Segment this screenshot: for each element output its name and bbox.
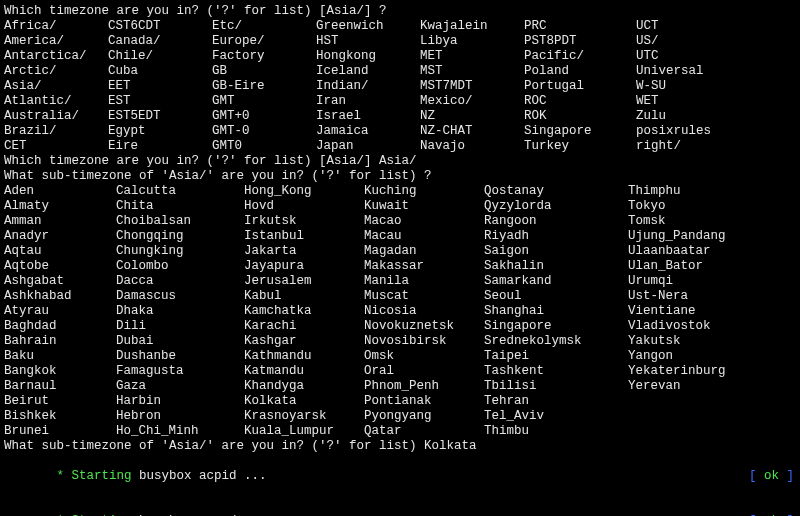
listing-item: Indian/ [316,79,420,94]
listing-item: Tomsk [628,214,748,229]
listing-item: Qyzylorda [484,199,628,214]
listing-item: UTC [636,49,736,64]
listing-item: Seoul [484,289,628,304]
listing-item: Tokyo [628,199,748,214]
listing-item: Ashgabat [4,274,116,289]
listing-item: Turkey [524,139,636,154]
listing-item: Rangoon [484,214,628,229]
listing-item: Calcutta [116,184,244,199]
listing-item: MST [420,64,524,79]
listing-item: GB-Eire [212,79,316,94]
listing-item: Novokuznetsk [364,319,484,334]
listing-item: Navajo [420,139,524,154]
listing-item: Kathmandu [244,349,364,364]
listing-item: Jayapura [244,259,364,274]
listing-item: Nicosia [364,304,484,319]
listing-column: AdenAlmatyAmmanAnadyrAqtauAqtobeAshgabat… [4,184,116,439]
listing-item: Harbin [116,394,244,409]
listing-item: Dhaka [116,304,244,319]
listing-item: Kuwait [364,199,484,214]
status-result: [ ok ] [704,499,796,516]
listing-item: Gaza [116,379,244,394]
listing-item: Vientiane [628,304,748,319]
listing-item: Makassar [364,259,484,274]
listing-item: Poland [524,64,636,79]
listing-item: Vladivostok [628,319,748,334]
listing-item: Karachi [244,319,364,334]
listing-item: posixrules [636,124,736,139]
service-name: busybox acpid [139,469,237,483]
asia-listing: AdenAlmatyAmmanAnadyrAqtauAqtobeAshgabat… [4,184,796,439]
listing-item: GMT [212,94,316,109]
listing-item: Choibalsan [116,214,244,229]
listing-column: CalcuttaChitaChoibalsanChongqingChungkin… [116,184,244,439]
listing-item: GMT-0 [212,124,316,139]
listing-item: CET [4,139,108,154]
listing-item: ROC [524,94,636,109]
listing-item: Tashkent [484,364,628,379]
listing-item: Yakutsk [628,334,748,349]
listing-item: Sakhalin [484,259,628,274]
service-start-acpid: * Starting busybox acpid ... [ ok ] [4,454,796,499]
listing-column: GreenwichHSTHongkongIcelandIndian/IranIs… [316,19,420,154]
listing-item: Cuba [108,64,212,79]
listing-item: Canada/ [108,34,212,49]
listing-item: Beirut [4,394,116,409]
listing-item: Qatar [364,424,484,439]
listing-item: Chungking [116,244,244,259]
listing-item: Singapore [484,319,628,334]
listing-item: Colombo [116,259,244,274]
bullet-icon: * Starting [49,469,139,483]
listing-item: Macau [364,229,484,244]
listing-item: Ujung_Pandang [628,229,748,244]
terminal-screen[interactable]: Which timezone are you in? ('?' for list… [0,0,800,516]
listing-item: NZ-CHAT [420,124,524,139]
listing-item: Taipei [484,349,628,364]
listing-item: EET [108,79,212,94]
listing-item: CST6CDT [108,19,212,34]
listing-column: Hong_KongHovdIrkutskIstanbulJakartaJayap… [244,184,364,439]
listing-item: Famagusta [116,364,244,379]
listing-item: Khandyga [244,379,364,394]
listing-item: Aden [4,184,116,199]
listing-item: Anadyr [4,229,116,244]
listing-item: Iceland [316,64,420,79]
listing-item: Brazil/ [4,124,108,139]
listing-item: Shanghai [484,304,628,319]
bracket-close: ] [779,469,794,483]
listing-item: Greenwich [316,19,420,34]
listing-item: Europe/ [212,34,316,49]
listing-item: Krasnoyarsk [244,409,364,424]
listing-item: Manila [364,274,484,289]
listing-item: Antarctica/ [4,49,108,64]
listing-item: Asia/ [4,79,108,94]
listing-item: Tehran [484,394,628,409]
listing-item: Ho_Chi_Minh [116,424,244,439]
listing-item: Japan [316,139,420,154]
ok-text: ok [764,469,779,483]
listing-item: Zulu [636,109,736,124]
tz-prompt-answered: Which timezone are you in? ('?' for list… [4,154,796,169]
listing-item: Arctic/ [4,64,108,79]
listing-item: Eire [108,139,212,154]
listing-item: Barnaul [4,379,116,394]
listing-item: Pacific/ [524,49,636,64]
listing-item: US/ [636,34,736,49]
listing-item: Ashkhabad [4,289,116,304]
subtz-prompt-answered: What sub-timezone of 'Asia/' are you in?… [4,439,796,454]
listing-item: Portugal [524,79,636,94]
bracket-open: [ [749,469,764,483]
listing-item: Ulan_Bator [628,259,748,274]
listing-item: America/ [4,34,108,49]
listing-item: Pyongyang [364,409,484,424]
listing-item: Chongqing [116,229,244,244]
listing-item: Chita [116,199,244,214]
listing-item: Kwajalein [420,19,524,34]
listing-item: HST [316,34,420,49]
listing-item: GMT0 [212,139,316,154]
listing-item: NZ [420,109,524,124]
listing-item [628,409,748,424]
listing-item: Dushanbe [116,349,244,364]
listing-item: Atyrau [4,304,116,319]
listing-item: Tel_Aviv [484,409,628,424]
